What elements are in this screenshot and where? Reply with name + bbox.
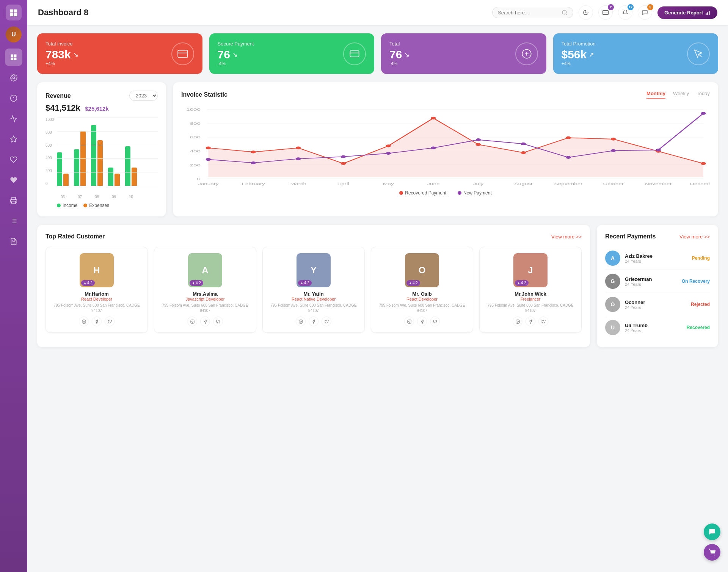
facebook-icon[interactable]: [526, 317, 535, 326]
sidebar-item-star[interactable]: [5, 130, 22, 148]
wallet-btn[interactable]: 2: [598, 5, 613, 20]
stat-card-3[interactable]: Total Promotion $56k ↗ +4%: [553, 33, 719, 74]
theme-toggle[interactable]: [579, 5, 593, 20]
bar-group: [74, 131, 86, 186]
svg-text:September: September: [554, 182, 583, 186]
customer-role: Freelancer: [485, 297, 576, 301]
payment-status: On Recovery: [682, 279, 710, 284]
chat-btn[interactable]: 5: [638, 5, 652, 20]
wallet-icon: [602, 9, 609, 16]
svg-text:1000: 1000: [186, 108, 201, 111]
facebook-icon[interactable]: [309, 317, 318, 326]
svg-point-65: [431, 117, 436, 119]
sidebar-item-heart1[interactable]: [5, 151, 22, 168]
svg-point-62: [296, 147, 301, 149]
svg-text:January: January: [198, 182, 219, 186]
twitter-icon[interactable]: [213, 317, 223, 326]
bar-group: [57, 152, 69, 186]
sidebar: U: [0, 0, 27, 572]
svg-text:June: June: [427, 182, 439, 186]
svg-rect-26: [706, 13, 706, 15]
customer-card: Y ★ 4.2 Mr. Yatin React Native Developer…: [262, 247, 365, 333]
sidebar-item-activity[interactable]: [5, 110, 22, 127]
svg-point-64: [386, 144, 391, 147]
payment-item[interactable]: U Uli Trumb 24 Years Recovered: [605, 316, 710, 339]
income-bar: [125, 146, 130, 186]
facebook-icon[interactable]: [92, 317, 102, 326]
payment-age: 24 Years: [625, 305, 686, 310]
sidebar-item-settings[interactable]: [5, 69, 22, 86]
instagram-icon[interactable]: [187, 317, 197, 326]
bell-btn[interactable]: 12: [618, 5, 632, 20]
svg-point-77: [431, 147, 436, 149]
sidebar-item-heart2[interactable]: [5, 171, 22, 189]
twitter-icon[interactable]: [322, 317, 331, 326]
income-bar: [57, 152, 62, 186]
customers-view-more[interactable]: View more >>: [551, 234, 582, 240]
stat-icon-3: [687, 42, 710, 65]
chat-float-btn[interactable]: [704, 523, 720, 540]
instagram-icon[interactable]: [296, 317, 306, 326]
svg-point-72: [206, 158, 211, 161]
tab-today[interactable]: Today: [697, 91, 710, 99]
revenue-card: Revenue 202320222021 $41,512k $25,612k 1…: [37, 82, 166, 216]
svg-text:400: 400: [190, 149, 201, 153]
search-input[interactable]: [498, 10, 559, 16]
year-select[interactable]: 202320222021: [129, 91, 158, 101]
payment-item[interactable]: O Oconner 24 Years Rejected: [605, 293, 710, 316]
sidebar-logo[interactable]: [6, 5, 22, 20]
svg-point-95: [714, 555, 715, 556]
sidebar-item-info[interactable]: [5, 89, 22, 107]
svg-rect-2: [10, 13, 13, 16]
twitter-icon[interactable]: [430, 317, 440, 326]
bell-badge: 12: [628, 4, 634, 10]
svg-rect-24: [603, 11, 609, 15]
search-box[interactable]: [492, 7, 573, 18]
svg-text:800: 800: [190, 122, 201, 125]
customer-addr: 795 Folsom Ave, Suite 600 San Francisco,…: [377, 303, 468, 313]
payments-view-more[interactable]: View more >>: [679, 234, 710, 240]
customer-card: H ★ 4.2 Mr.Hariom React Developer 795 Fo…: [46, 247, 148, 333]
sidebar-item-list[interactable]: [5, 212, 22, 230]
sidebar-item-print[interactable]: [5, 192, 22, 209]
sidebar-item-file[interactable]: [5, 233, 22, 250]
tab-monthly[interactable]: Monthly: [646, 91, 665, 99]
cart-float-btn[interactable]: [704, 544, 720, 561]
facebook-icon[interactable]: [200, 317, 210, 326]
customer-name: Mr. Yatin: [268, 291, 359, 297]
svg-point-68: [566, 136, 571, 139]
customer-socials: [377, 317, 468, 326]
customer-role: React Developer: [377, 297, 468, 301]
svg-rect-27: [707, 12, 708, 14]
search-icon: [562, 9, 568, 16]
payment-avatar: O: [605, 297, 620, 312]
revenue-sub-value: $25,612k: [85, 105, 109, 112]
instagram-icon[interactable]: [513, 317, 522, 326]
svg-point-60: [206, 147, 211, 149]
payment-name: Oconner: [625, 299, 686, 305]
rating-badge: ★ 4.2: [406, 280, 420, 286]
user-avatar[interactable]: U: [6, 27, 22, 42]
sidebar-item-dashboard[interactable]: [5, 49, 22, 66]
invoice-title: Invoice Statistic: [181, 91, 228, 98]
payment-item[interactable]: G Griezerman 24 Years On Recovery: [605, 270, 710, 293]
cart-float-icon: [708, 548, 716, 556]
customer-addr: 795 Folsom Ave, Suite 600 San Francisco,…: [485, 303, 576, 313]
svg-point-76: [386, 152, 391, 155]
instagram-icon[interactable]: [404, 317, 414, 326]
twitter-icon[interactable]: [105, 317, 115, 326]
customer-role: Javascript Developer: [160, 297, 251, 301]
tab-weekly[interactable]: Weekly: [673, 91, 689, 99]
instagram-icon[interactable]: [79, 317, 89, 326]
stat-card-2[interactable]: Total 76 ↘ -4%: [381, 33, 546, 74]
y-axis: 1000 800 600 400 200 0: [46, 118, 54, 186]
customer-role: React Developer: [51, 297, 142, 301]
stat-card-1[interactable]: Secure Payment 76 ↘ -4%: [209, 33, 375, 74]
twitter-icon[interactable]: [538, 317, 548, 326]
payment-item[interactable]: A Aziz Bakree 24 Years Pending: [605, 247, 710, 270]
svg-rect-92: [516, 320, 519, 323]
stat-card-0[interactable]: Total invoice 783k ↘ +4%: [37, 33, 202, 74]
facebook-icon[interactable]: [417, 317, 427, 326]
generate-report-button[interactable]: Generate Report: [657, 6, 717, 19]
chart-icon: [705, 10, 711, 15]
